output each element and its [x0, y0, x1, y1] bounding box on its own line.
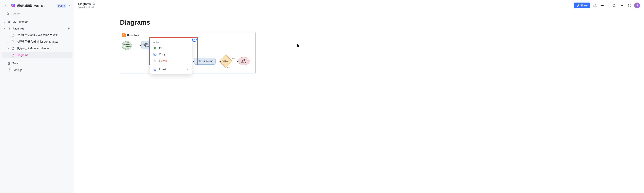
sidebar: 示例知识库 / Wiki s... Public Search ▶ My Fav…: [0, 0, 74, 193]
document-icon: [11, 40, 15, 43]
wiki-dropdown-caret-icon[interactable]: [68, 4, 71, 8]
menu-item-insert[interactable]: Insert: [150, 66, 192, 72]
page-tree: ▶ My Favorites ▼ Page tree ▶ 欢迎使用知识库 / W…: [0, 18, 74, 59]
insert-icon: [153, 68, 157, 71]
sidebar-header: 示例知识库 / Wiki s... Public: [0, 2, 74, 10]
svg-rect-35: [154, 54, 156, 56]
edge-label-yes: Yes: [232, 58, 235, 60]
divider: [608, 3, 608, 8]
svg-marker-6: [8, 20, 10, 23]
help-button[interactable]: [626, 2, 633, 9]
svg-point-24: [628, 4, 631, 7]
svg-rect-26: [124, 36, 125, 36]
svg-line-21: [615, 6, 616, 7]
page-tree-row[interactable]: ▼ Page tree: [2, 25, 72, 32]
trash-icon: [8, 62, 11, 65]
caret-icon[interactable]: ▶: [7, 48, 10, 50]
svg-marker-16: [92, 2, 95, 5]
flowchart-node-decision[interactable]: Finished?: [219, 54, 232, 68]
favorites-label: My Favorites: [12, 20, 71, 24]
tree-icon: [8, 27, 11, 30]
share-label: Share: [580, 4, 588, 7]
menu-label: Insert: [159, 68, 166, 71]
caret-icon[interactable]: ▶: [7, 41, 10, 43]
add-page-button[interactable]: [66, 26, 71, 31]
settings-row[interactable]: Settings: [2, 66, 72, 73]
settings-label: Settings: [12, 68, 71, 72]
svg-point-4: [7, 13, 8, 14]
page-tree-label: Page tree: [12, 27, 65, 30]
menu-label: Copy: [159, 53, 166, 56]
scissors-icon: [153, 46, 157, 50]
menu-item-delete[interactable]: Delete: [150, 58, 192, 64]
context-menu: Action Cut Copy Delete Insert: [150, 38, 192, 74]
svg-point-18: [602, 5, 603, 6]
copy-icon: [153, 53, 157, 56]
menu-item-cut[interactable]: Cut: [150, 45, 192, 51]
flowchart-node-style[interactable]: Style your diagram: [194, 58, 216, 65]
svg-rect-25: [123, 34, 124, 35]
trash-row[interactable]: Trash: [2, 60, 72, 66]
diagram-title: Flowchart: [127, 34, 139, 37]
wiki-title[interactable]: 示例知识库 / Wiki s...: [17, 4, 55, 8]
svg-line-5: [8, 14, 9, 15]
trash-label: Trash: [12, 62, 71, 65]
page-title[interactable]: Diagrams: [120, 18, 644, 26]
sidebar-item-member[interactable]: ▶ 成员手册 / Member Manual: [2, 45, 72, 52]
flowchart-icon: [122, 34, 126, 37]
sidebar-item-label: 成员手册 / Member Manual: [16, 47, 71, 50]
search-icon: [6, 12, 10, 16]
gear-icon: [8, 68, 11, 72]
chevron-right-icon: [186, 68, 189, 71]
sidebar-item-admin[interactable]: ▶ 管理员手册 / Administrator Manual: [2, 38, 72, 45]
document-icon: [11, 34, 15, 36]
svg-marker-3: [69, 6, 70, 6]
share-button[interactable]: Share: [574, 2, 590, 8]
flowchart-node-start[interactable]: Start editing a document in Lark: [122, 41, 132, 50]
trash-icon: [153, 59, 157, 62]
wiki-logo-icon: [10, 4, 15, 8]
svg-point-31: [154, 48, 154, 49]
notifications-button[interactable]: [592, 2, 598, 9]
sidebar-item-label: 欢迎使用知识库 / Welcome to Wiki: [16, 34, 71, 37]
favorites-row[interactable]: ▶ My Favorites: [2, 18, 72, 25]
svg-point-30: [154, 47, 154, 48]
menu-separator: [150, 65, 192, 65]
saved-status: Saved to cloud: [78, 6, 572, 9]
document-icon: [11, 47, 15, 50]
sidebar-item-label: 管理员手册 / Administrator Manual: [16, 40, 71, 44]
menu-label: Delete: [159, 59, 167, 62]
menu-item-copy[interactable]: Copy: [150, 51, 192, 58]
sidebar-item-diagrams[interactable]: ▶ Diagrams: [2, 52, 72, 58]
context-menu-header: Action: [150, 40, 192, 45]
svg-point-17: [601, 5, 602, 6]
search-button[interactable]: [611, 2, 618, 9]
sidebar-bottom: Trash Settings: [0, 59, 74, 74]
sidebar-item-label: Diagrams: [16, 54, 71, 57]
block-drag-handle[interactable]: [192, 38, 196, 42]
svg-point-20: [613, 4, 615, 6]
topbar: Diagrams Saved to cloud Share J: [74, 0, 644, 11]
star-icon: [8, 20, 11, 24]
sidebar-item-welcome[interactable]: ▶ 欢迎使用知识库 / Welcome to Wiki: [2, 32, 72, 38]
main: Diagrams Saved to cloud Share J D: [74, 0, 644, 193]
create-button[interactable]: [618, 2, 625, 9]
public-badge: Public: [57, 4, 66, 8]
search-row[interactable]: Search: [0, 10, 74, 18]
edge-label-no: No: [227, 66, 230, 68]
more-button[interactable]: [599, 2, 606, 9]
caret-down-icon: ▼: [3, 28, 6, 30]
svg-point-19: [603, 5, 604, 6]
svg-line-34: [154, 48, 155, 48]
user-avatar[interactable]: J: [634, 2, 640, 8]
favorite-star-button[interactable]: [92, 2, 95, 6]
caret-icon: ▶: [3, 21, 6, 23]
back-button[interactable]: [3, 3, 8, 8]
flowchart-edge: [132, 45, 140, 45]
menu-label: Cut: [159, 46, 163, 50]
svg-line-33: [155, 48, 156, 49]
doc-title-small[interactable]: Diagrams: [78, 2, 91, 6]
document-icon: [11, 54, 15, 56]
flowchart-node-close[interactable]: Click Close: [238, 57, 250, 65]
search-label: Search: [12, 12, 20, 16]
